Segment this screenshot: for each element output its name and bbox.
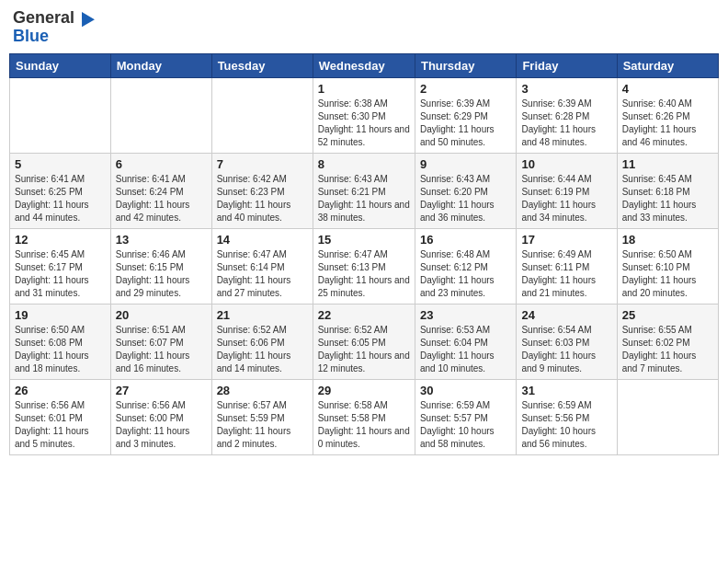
day-number: 16 [420, 233, 511, 247]
daylight-info: Daylight: 11 hours and 29 minutes. [116, 274, 207, 300]
daylight-info: Daylight: 11 hours and 27 minutes. [217, 274, 308, 300]
sunrise-info: Sunrise: 6:40 AM [622, 98, 713, 110]
calendar-day-cell: 15Sunrise: 6:47 AMSunset: 6:13 PMDayligh… [313, 228, 415, 304]
daylight-info: Daylight: 11 hours and 5 minutes. [15, 425, 106, 451]
calendar-day-cell [10, 77, 111, 153]
calendar-day-cell: 4Sunrise: 6:40 AMSunset: 6:26 PMDaylight… [617, 77, 718, 153]
sunset-info: Sunset: 6:00 PM [116, 412, 207, 425]
sunset-info: Sunset: 6:10 PM [622, 261, 713, 274]
daylight-info: Daylight: 11 hours and 33 minutes. [622, 199, 713, 224]
weekday-header-cell: Tuesday [211, 53, 313, 77]
daylight-info: Daylight: 11 hours and 10 minutes. [420, 350, 511, 375]
calendar-day-cell: 10Sunrise: 6:44 AMSunset: 6:19 PMDayligh… [517, 153, 617, 228]
day-number: 21 [217, 308, 308, 322]
daylight-info: Daylight: 11 hours and 31 minutes. [15, 274, 106, 300]
day-number: 26 [15, 384, 106, 397]
day-number: 11 [622, 157, 713, 171]
day-number: 2 [420, 82, 511, 96]
day-number: 29 [318, 384, 410, 397]
day-number: 15 [318, 233, 410, 247]
day-number: 30 [420, 384, 511, 397]
calendar-day-cell: 16Sunrise: 6:48 AMSunset: 6:12 PMDayligh… [415, 228, 516, 304]
sunset-info: Sunset: 6:28 PM [521, 110, 611, 123]
sunset-info: Sunset: 6:14 PM [217, 261, 308, 274]
sunrise-info: Sunrise: 6:42 AM [217, 173, 308, 186]
calendar-day-cell: 9Sunrise: 6:43 AMSunset: 6:20 PMDaylight… [415, 153, 516, 228]
daylight-info: Daylight: 11 hours and 9 minutes. [521, 350, 611, 375]
day-number: 22 [318, 308, 410, 322]
sunrise-info: Sunrise: 6:48 AM [420, 248, 511, 261]
calendar-day-cell [211, 77, 313, 153]
calendar-day-cell: 20Sunrise: 6:51 AMSunset: 6:07 PMDayligh… [110, 304, 211, 379]
calendar-day-cell: 8Sunrise: 6:43 AMSunset: 6:21 PMDaylight… [313, 153, 415, 228]
calendar-day-cell: 31Sunrise: 6:59 AMSunset: 5:56 PMDayligh… [517, 379, 617, 454]
daylight-info: Daylight: 11 hours and 12 minutes. [318, 350, 410, 375]
sunrise-info: Sunrise: 6:56 AM [116, 399, 207, 412]
weekday-header-cell: Sunday [10, 53, 111, 77]
sunrise-info: Sunrise: 6:58 AM [318, 399, 410, 412]
sunset-info: Sunset: 6:30 PM [318, 110, 410, 123]
day-number: 14 [217, 233, 308, 247]
sunrise-info: Sunrise: 6:46 AM [116, 248, 207, 261]
daylight-info: Daylight: 11 hours and 21 minutes. [521, 274, 611, 300]
day-number: 3 [521, 82, 611, 96]
daylight-info: Daylight: 11 hours and 38 minutes. [318, 199, 410, 224]
day-number: 9 [420, 157, 511, 171]
sunrise-info: Sunrise: 6:49 AM [521, 248, 611, 261]
daylight-info: Daylight: 11 hours and 2 minutes. [217, 425, 308, 451]
calendar-day-cell: 23Sunrise: 6:53 AMSunset: 6:04 PMDayligh… [415, 304, 516, 379]
day-number: 23 [420, 308, 511, 322]
sunset-info: Sunset: 6:17 PM [15, 261, 106, 274]
daylight-info: Daylight: 11 hours and 0 minutes. [318, 425, 410, 451]
day-number: 27 [116, 384, 207, 397]
daylight-info: Daylight: 11 hours and 50 minutes. [420, 123, 511, 149]
sunrise-info: Sunrise: 6:43 AM [420, 173, 511, 186]
calendar-day-cell: 17Sunrise: 6:49 AMSunset: 6:11 PMDayligh… [517, 228, 617, 304]
sunset-info: Sunset: 6:15 PM [116, 261, 207, 274]
calendar-day-cell: 27Sunrise: 6:56 AMSunset: 6:00 PMDayligh… [110, 379, 211, 454]
weekday-header-row: SundayMondayTuesdayWednesdayThursdayFrid… [10, 53, 719, 77]
daylight-info: Daylight: 11 hours and 34 minutes. [521, 199, 611, 224]
sunrise-info: Sunrise: 6:45 AM [622, 173, 713, 186]
sunrise-info: Sunrise: 6:55 AM [622, 324, 713, 337]
day-number: 4 [622, 82, 713, 96]
daylight-info: Daylight: 11 hours and 46 minutes. [622, 123, 713, 149]
sunset-info: Sunset: 5:57 PM [420, 412, 511, 425]
sunset-info: Sunset: 6:29 PM [420, 110, 511, 123]
day-number: 20 [116, 308, 207, 322]
sunrise-info: Sunrise: 6:54 AM [521, 324, 611, 337]
day-number: 10 [521, 157, 611, 171]
day-number: 6 [116, 157, 207, 171]
daylight-info: Daylight: 10 hours and 58 minutes. [420, 425, 511, 451]
sunrise-info: Sunrise: 6:59 AM [521, 399, 611, 412]
daylight-info: Daylight: 11 hours and 20 minutes. [622, 274, 713, 300]
calendar-day-cell: 18Sunrise: 6:50 AMSunset: 6:10 PMDayligh… [617, 228, 718, 304]
sunrise-info: Sunrise: 6:50 AM [622, 248, 713, 261]
daylight-info: Daylight: 11 hours and 14 minutes. [217, 350, 308, 375]
sunset-info: Sunset: 6:05 PM [318, 337, 410, 350]
daylight-info: Daylight: 11 hours and 18 minutes. [15, 350, 106, 375]
sunrise-info: Sunrise: 6:41 AM [15, 173, 106, 186]
sunset-info: Sunset: 6:24 PM [116, 186, 207, 199]
sunset-info: Sunset: 6:04 PM [420, 337, 511, 350]
sunrise-info: Sunrise: 6:59 AM [420, 399, 511, 412]
calendar-day-cell: 14Sunrise: 6:47 AMSunset: 6:14 PMDayligh… [211, 228, 313, 304]
sunrise-info: Sunrise: 6:43 AM [318, 173, 410, 186]
day-number: 13 [116, 233, 207, 247]
logo-general-text: General [13, 9, 74, 28]
logo: General Blue [13, 9, 95, 46]
calendar-day-cell: 6Sunrise: 6:41 AMSunset: 6:24 PMDaylight… [110, 153, 211, 228]
day-number: 25 [622, 308, 713, 322]
calendar-week-row: 1Sunrise: 6:38 AMSunset: 6:30 PMDaylight… [10, 77, 719, 153]
calendar-week-row: 5Sunrise: 6:41 AMSunset: 6:25 PMDaylight… [10, 153, 719, 228]
calendar-day-cell: 29Sunrise: 6:58 AMSunset: 5:58 PMDayligh… [313, 379, 415, 454]
calendar-day-cell: 22Sunrise: 6:52 AMSunset: 6:05 PMDayligh… [313, 304, 415, 379]
sunrise-info: Sunrise: 6:52 AM [318, 324, 410, 337]
sunset-info: Sunset: 6:25 PM [15, 186, 106, 199]
sunset-info: Sunset: 6:08 PM [15, 337, 106, 350]
calendar-day-cell: 1Sunrise: 6:38 AMSunset: 6:30 PMDaylight… [313, 77, 415, 153]
day-number: 5 [15, 157, 106, 171]
sunrise-info: Sunrise: 6:39 AM [420, 98, 511, 110]
day-number: 17 [521, 233, 611, 247]
calendar-day-cell: 30Sunrise: 6:59 AMSunset: 5:57 PMDayligh… [415, 379, 516, 454]
